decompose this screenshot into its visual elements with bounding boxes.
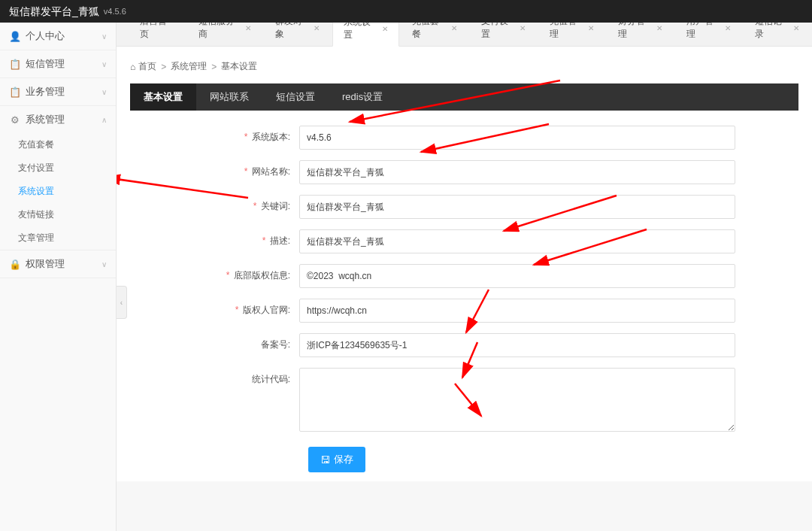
form-input[interactable] <box>299 126 735 150</box>
tab[interactable]: 后台首页 <box>126 23 186 46</box>
tab-label: 支付设置 <box>481 23 515 41</box>
tab[interactable]: 充值管理✕ <box>538 23 605 46</box>
tab[interactable]: 支付设置✕ <box>470 23 537 46</box>
sidebar-item[interactable]: ⚙系统管理∧ <box>0 106 116 133</box>
menu-label: 业务管理 <box>26 85 65 99</box>
breadcrumb-part[interactable]: 系统管理 <box>171 60 207 73</box>
tab-label: 充值套餐 <box>412 23 446 41</box>
form-label: 备案号: <box>130 333 299 351</box>
menu-label: 个人中心 <box>26 29 65 43</box>
tab-label: 充值管理 <box>550 23 583 41</box>
home-icon: ⌂ <box>130 62 135 72</box>
tab[interactable]: 系统设置✕ <box>332 23 399 47</box>
tab-label: 后台首页 <box>140 23 174 41</box>
tab[interactable]: 财务管理✕ <box>607 23 674 46</box>
sidebar-item[interactable]: 🔒权限管理∨ <box>0 250 116 278</box>
inner-tab[interactable]: 网站联系 <box>196 83 262 111</box>
menu-label: 短信管理 <box>26 57 65 71</box>
app-title: 短信群发平台_青狐 <box>9 0 99 23</box>
close-icon[interactable]: ✕ <box>520 24 526 32</box>
form-input[interactable] <box>299 264 735 288</box>
tab-label: 群发对象 <box>275 23 309 41</box>
menu-icon: 🔒 <box>9 259 21 270</box>
tab[interactable]: 短信服务商✕ <box>187 23 263 46</box>
sidebar-item[interactable]: 📋业务管理∨ <box>0 78 116 105</box>
save-label: 保存 <box>334 453 353 466</box>
close-icon[interactable]: ✕ <box>382 25 388 33</box>
app-header: 短信群发平台_青狐 v4.5.6 <box>0 0 812 23</box>
breadcrumb-part: 基本设置 <box>221 60 257 73</box>
inner-tab[interactable]: 基本设置 <box>130 83 196 111</box>
close-icon[interactable]: ✕ <box>588 24 594 32</box>
chevron-icon: ∧ <box>102 116 107 124</box>
form-input[interactable] <box>299 160 735 184</box>
tab-label: 财务管理 <box>618 23 652 41</box>
sidebar-subitem[interactable]: 文章管理 <box>0 226 116 250</box>
tab-label: 短信服务商 <box>198 23 241 41</box>
form-label: * 描述: <box>130 229 299 247</box>
menu-label: 系统管理 <box>26 113 65 126</box>
inner-tab[interactable]: redis设置 <box>329 83 396 111</box>
form-label: * 版权人官网: <box>130 299 299 317</box>
save-icon: 🖫 <box>320 454 330 466</box>
sidebar: 👤个人中心∨📋短信管理∨📋业务管理∨⚙系统管理∧充值套餐支付设置系统设置友情链接… <box>0 23 117 531</box>
menu-icon: ⚙ <box>9 114 21 126</box>
form-input[interactable] <box>299 333 735 357</box>
tabs-bar: 后台首页短信服务商✕群发对象✕系统设置✕充值套餐✕支付设置✕充值管理✕财务管理✕… <box>117 23 812 47</box>
menu-icon: 📋 <box>9 86 21 98</box>
sidebar-subitem[interactable]: 友情链接 <box>0 203 116 226</box>
sidebar-subitem[interactable]: 充值套餐 <box>0 133 116 156</box>
form-input[interactable] <box>299 229 735 253</box>
form-label: * 网站名称: <box>130 160 299 178</box>
sidebar-subitem[interactable]: 系统设置 <box>0 180 116 203</box>
form-label: * 关键词: <box>130 195 299 213</box>
inner-tab[interactable]: 短信设置 <box>262 83 329 111</box>
close-icon[interactable]: ✕ <box>451 24 457 32</box>
menu-label: 权限管理 <box>26 257 65 271</box>
close-icon[interactable]: ✕ <box>245 24 251 32</box>
breadcrumb: ⌂ 首页 > 系统管理 > 基本设置 <box>130 56 798 83</box>
form-input[interactable] <box>299 195 735 219</box>
chevron-icon: ∨ <box>102 260 107 269</box>
tab[interactable]: 短信记录✕ <box>744 23 810 46</box>
chevron-icon: ∨ <box>102 60 107 68</box>
form-label: * 系统版本: <box>130 126 299 144</box>
form-label: 统计代码: <box>130 368 299 386</box>
app-version: v4.5.6 <box>104 0 126 23</box>
chevron-icon: ∨ <box>102 88 107 96</box>
sidebar-subitem[interactable]: 支付设置 <box>0 156 116 180</box>
tab[interactable]: 充值套餐✕ <box>401 23 468 46</box>
inner-tabs: 基本设置网站联系短信设置redis设置 <box>130 83 798 111</box>
close-icon[interactable]: ✕ <box>725 24 731 32</box>
tab[interactable]: 群发对象✕ <box>264 23 331 46</box>
menu-icon: 📋 <box>9 59 21 70</box>
sidebar-item[interactable]: 👤个人中心∨ <box>0 23 116 50</box>
sidebar-item[interactable]: 📋短信管理∨ <box>0 50 116 77</box>
breadcrumb-home[interactable]: 首页 <box>138 60 156 73</box>
tab-label: 系统设置 <box>344 23 377 41</box>
form-label: * 底部版权信息: <box>130 264 299 282</box>
tab[interactable]: 用户管理✕ <box>675 23 742 46</box>
chevron-icon: ∨ <box>102 32 107 41</box>
save-button[interactable]: 🖫 保存 <box>308 447 365 472</box>
settings-form: * 系统版本:* 网站名称:* 关键词:* 描述:* 底部版权信息:* 版权人官… <box>130 126 798 432</box>
form-input[interactable] <box>299 368 735 432</box>
sidebar-collapse-handle[interactable]: ‹ <box>117 286 127 319</box>
close-icon[interactable]: ✕ <box>793 24 799 32</box>
tab-label: 短信记录 <box>755 23 789 41</box>
form-input[interactable] <box>299 299 735 323</box>
close-icon[interactable]: ✕ <box>656 24 662 32</box>
main-content: 后台首页短信服务商✕群发对象✕系统设置✕充值套餐✕支付设置✕充值管理✕财务管理✕… <box>117 23 812 531</box>
menu-icon: 👤 <box>9 31 21 42</box>
close-icon[interactable]: ✕ <box>314 24 320 32</box>
tab-label: 用户管理 <box>686 23 720 41</box>
